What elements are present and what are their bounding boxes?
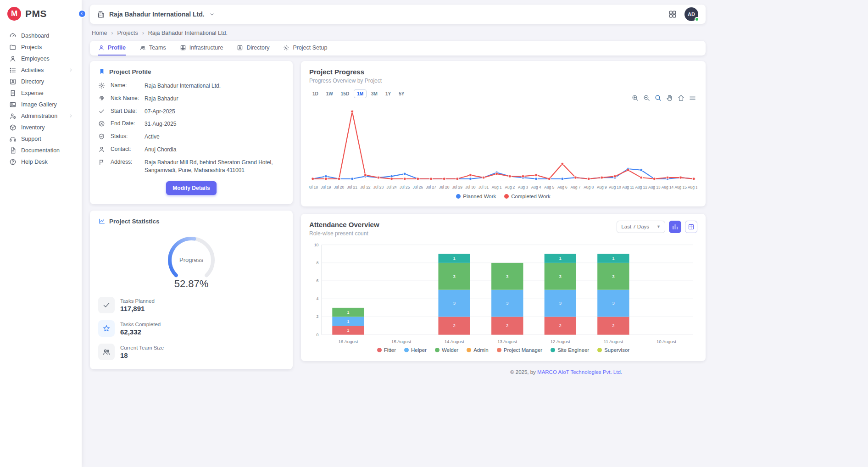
- dashboard-icon: [9, 32, 17, 39]
- tab-teams[interactable]: Teams: [139, 41, 166, 56]
- selection-zoom-icon[interactable]: [654, 94, 662, 102]
- svg-text:3: 3: [506, 300, 508, 306]
- company-link[interactable]: MARCO AIoT Technologies Pvt. Ltd.: [537, 369, 622, 375]
- svg-text:Aug 8: Aug 8: [584, 185, 594, 189]
- modify-details-button[interactable]: Modify Details: [166, 181, 216, 195]
- inventory-icon: [9, 124, 17, 131]
- svg-text:6: 6: [317, 278, 319, 283]
- person-icon: [98, 44, 105, 51]
- breadcrumb-item-home[interactable]: Home: [92, 30, 107, 36]
- zoom-out-icon[interactable]: [643, 94, 651, 102]
- sidebar-item-documentation[interactable]: Documentation: [5, 145, 78, 156]
- sidebar-item-support[interactable]: Support: [5, 133, 78, 145]
- sidebar-item-directory[interactable]: Directory: [5, 76, 78, 87]
- bar-chart-icon: [672, 223, 679, 230]
- documentation-icon: [9, 147, 17, 154]
- apps-grid-icon[interactable]: [668, 10, 677, 19]
- legend-label: Site Engineer: [557, 347, 589, 353]
- infrastructure-icon: [180, 44, 186, 51]
- app-logo[interactable]: M PMS: [0, 0, 82, 30]
- svg-text:Aug 11: Aug 11: [622, 185, 634, 189]
- attendance-legend-admin[interactable]: Admin: [467, 347, 489, 353]
- attendance-legend-fitter[interactable]: Fitter: [377, 347, 396, 353]
- progress-gauge: Progress 52.87%: [98, 232, 284, 290]
- range-button-5y[interactable]: 5Y: [395, 89, 407, 98]
- sidebar-item-employees[interactable]: Employees: [5, 53, 78, 64]
- sidebar-item-administration[interactable]: Administration: [5, 110, 78, 122]
- reset-zoom-icon[interactable]: [677, 94, 685, 102]
- activities-icon: [9, 67, 17, 74]
- project-progress-title: Project Progress: [309, 68, 697, 76]
- svg-text:1: 1: [347, 310, 349, 315]
- attendance-legend-site-engineer[interactable]: Site Engineer: [551, 347, 589, 353]
- field-label: Status:: [111, 133, 139, 139]
- tab-project-setup[interactable]: Project Setup: [283, 41, 327, 56]
- tab-directory[interactable]: Directory: [237, 41, 269, 56]
- sidebar-item-label: Image Gallery: [21, 101, 57, 108]
- image-gallery-icon: [9, 101, 17, 108]
- attendance-legend-welder[interactable]: Welder: [435, 347, 458, 353]
- attendance-legend-project-manager[interactable]: Project Manager: [497, 347, 542, 353]
- range-button-1d[interactable]: 1D: [309, 89, 322, 98]
- progress-legend-planned-work[interactable]: Planned Work: [456, 194, 496, 199]
- svg-text:13 August: 13 August: [497, 339, 517, 344]
- project-statistics-title: Project Statistics: [98, 217, 284, 225]
- sidebar-item-expense[interactable]: Expense: [5, 87, 78, 99]
- tab-profile[interactable]: Profile: [98, 41, 126, 56]
- range-button-15d[interactable]: 15D: [338, 89, 352, 98]
- table-icon: [688, 223, 695, 230]
- svg-text:Jul 19: Jul 19: [321, 185, 331, 189]
- range-button-1y[interactable]: 1Y: [382, 89, 394, 98]
- sidebar-collapse-button[interactable]: ‹: [78, 10, 86, 18]
- attendance-legend-supervisor[interactable]: Supervisor: [597, 347, 629, 353]
- svg-text:Aug 7: Aug 7: [571, 185, 581, 189]
- zoom-in-icon[interactable]: [631, 94, 639, 102]
- date-range-value: Last 7 Days: [621, 224, 649, 229]
- administration-icon: [9, 112, 17, 120]
- svg-text:12 August: 12 August: [551, 339, 570, 344]
- tab-label: Profile: [108, 44, 126, 51]
- attendance-titles: Attendance Overview Role-wise present co…: [309, 221, 379, 237]
- chart-view-button[interactable]: [669, 221, 681, 233]
- svg-text:3: 3: [612, 300, 614, 306]
- svg-text:1: 1: [347, 318, 349, 323]
- tab-infrastructure[interactable]: Infrastructure: [180, 41, 223, 56]
- profile-field-name: Name:Raja Bahadur International Ltd.: [98, 82, 284, 90]
- date-range-select[interactable]: Last 7 Days ▼: [617, 221, 665, 233]
- range-button-3m[interactable]: 3M: [368, 89, 381, 98]
- pan-icon[interactable]: [666, 94, 673, 102]
- project-progress-subtitle: Progress Overview by Project: [309, 78, 697, 84]
- field-value: Anuj Chordia: [145, 146, 284, 154]
- project-progress-chart[interactable]: Jul 18Jul 19Jul 20Jul 21Jul 22Jul 23Jul …: [309, 98, 697, 193]
- range-button-1w[interactable]: 1W: [323, 89, 336, 98]
- company-selector[interactable]: Raja Bahadur International Ltd.: [97, 11, 215, 18]
- svg-text:10 August: 10 August: [657, 339, 676, 344]
- attendance-chart[interactable]: 024681011116 August15 August233114 Augus…: [309, 240, 697, 346]
- sidebar-item-dashboard[interactable]: Dashboard: [5, 30, 78, 41]
- svg-text:Aug 4: Aug 4: [531, 185, 541, 189]
- avatar[interactable]: AD: [684, 7, 698, 21]
- svg-text:Jul 22: Jul 22: [360, 185, 371, 189]
- project-progress-legend: Planned WorkCompleted Work: [309, 193, 697, 203]
- range-button-1m[interactable]: 1M: [354, 89, 367, 98]
- svg-text:3: 3: [453, 300, 455, 306]
- legend-label: Admin: [473, 347, 489, 353]
- sidebar-item-help-desk[interactable]: Help Desk: [5, 156, 78, 167]
- sidebar-item-inventory[interactable]: Inventory: [5, 122, 78, 133]
- sidebar-item-image-gallery[interactable]: Image Gallery: [5, 99, 78, 110]
- menu-icon[interactable]: [689, 94, 696, 102]
- table-view-button[interactable]: [685, 221, 697, 233]
- sidebar-item-projects[interactable]: Projects: [5, 41, 78, 53]
- stats-items: Tasks Planned117,891Tasks Completed62,33…: [98, 297, 284, 360]
- sidebar-item-activities[interactable]: Activities: [5, 64, 78, 76]
- svg-text:Aug 6: Aug 6: [557, 185, 568, 189]
- line-chart-icon: [98, 217, 106, 225]
- svg-text:Jul 30: Jul 30: [465, 185, 476, 189]
- breadcrumb-item-projects[interactable]: Projects: [117, 30, 138, 36]
- sidebar-item-label: Help Desk: [21, 159, 48, 165]
- svg-text:4: 4: [317, 296, 319, 301]
- progress-legend-completed-work[interactable]: Completed Work: [504, 194, 550, 199]
- legend-dot: [504, 194, 509, 199]
- attendance-legend-helper[interactable]: Helper: [404, 347, 427, 353]
- svg-text:Aug 2: Aug 2: [505, 185, 515, 189]
